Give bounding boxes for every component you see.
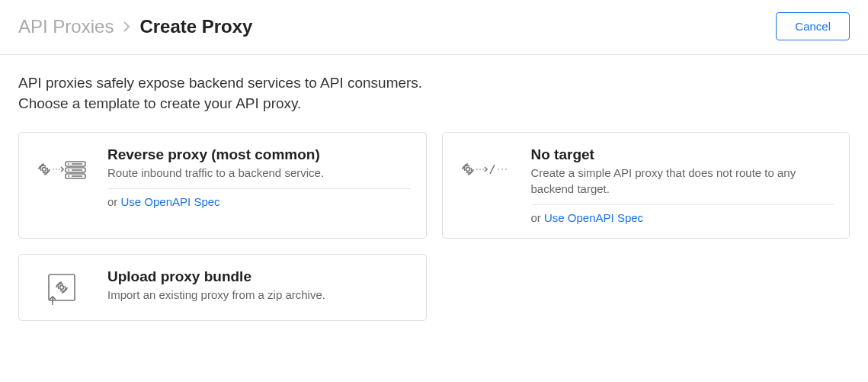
card-or-line: or Use OpenAPI Spec	[531, 211, 834, 224]
card-body: Upload proxy bundle Import an existing p…	[107, 268, 411, 303]
page-content: API proxies safely expose backend servic…	[0, 55, 868, 339]
card-separator	[531, 204, 834, 205]
svg-point-22	[60, 286, 64, 290]
svg-point-14	[476, 169, 478, 170]
card-body: Reverse proxy (most common) Route inboun…	[107, 146, 411, 208]
breadcrumb-current: Create Proxy	[139, 16, 252, 37]
card-separator	[107, 188, 411, 189]
svg-point-19	[501, 169, 503, 170]
svg-point-20	[505, 169, 507, 170]
card-upload-bundle[interactable]: Upload proxy bundle Import an existing p…	[18, 254, 427, 321]
svg-point-0	[43, 168, 46, 172]
card-desc: Route inbound traffic to a backend servi…	[107, 165, 411, 181]
svg-point-13	[466, 168, 469, 172]
svg-point-18	[498, 169, 499, 170]
card-no-target[interactable]: No target Create a simple API proxy that…	[442, 132, 850, 239]
chevron-right-icon	[123, 21, 130, 33]
intro-text: API proxies safely expose backend servic…	[18, 73, 850, 114]
svg-point-15	[479, 169, 481, 170]
page-header: API Proxies Create Proxy Cancel	[0, 0, 868, 55]
breadcrumb-parent[interactable]: API Proxies	[18, 16, 114, 37]
svg-point-9	[68, 175, 69, 177]
svg-line-17	[490, 165, 495, 174]
or-text: or	[531, 211, 545, 224]
or-text: or	[107, 195, 121, 208]
svg-point-8	[68, 169, 69, 171]
svg-point-16	[482, 169, 484, 170]
intro-line-2: Choose a template to create your API pro…	[18, 94, 850, 114]
svg-point-3	[59, 169, 60, 170]
card-desc: Create a simple API proxy that does not …	[531, 165, 834, 197]
card-title: Upload proxy bundle	[107, 268, 411, 285]
svg-point-1	[53, 169, 54, 170]
card-desc: Import an existing proxy from a zip arch…	[107, 287, 411, 303]
openapi-spec-link[interactable]: Use OpenAPI Spec	[121, 195, 220, 208]
cancel-button[interactable]: Cancel	[776, 12, 850, 40]
card-reverse-proxy[interactable]: Reverse proxy (most common) Route inboun…	[18, 132, 427, 239]
svg-point-7	[68, 163, 69, 165]
intro-line-1: API proxies safely expose backend servic…	[18, 73, 850, 94]
reverse-proxy-icon	[34, 146, 89, 181]
card-or-line: or Use OpenAPI Spec	[107, 195, 411, 208]
card-title: No target	[531, 146, 834, 163]
template-cards: Reverse proxy (most common) Route inboun…	[18, 132, 850, 321]
no-target-icon	[458, 146, 513, 181]
card-title: Reverse proxy (most common)	[107, 146, 411, 163]
breadcrumb: API Proxies Create Proxy	[18, 16, 252, 37]
card-body: No target Create a simple API proxy that…	[531, 146, 834, 224]
upload-bundle-icon	[34, 268, 89, 307]
svg-point-2	[56, 169, 57, 170]
openapi-spec-link[interactable]: Use OpenAPI Spec	[544, 211, 643, 224]
